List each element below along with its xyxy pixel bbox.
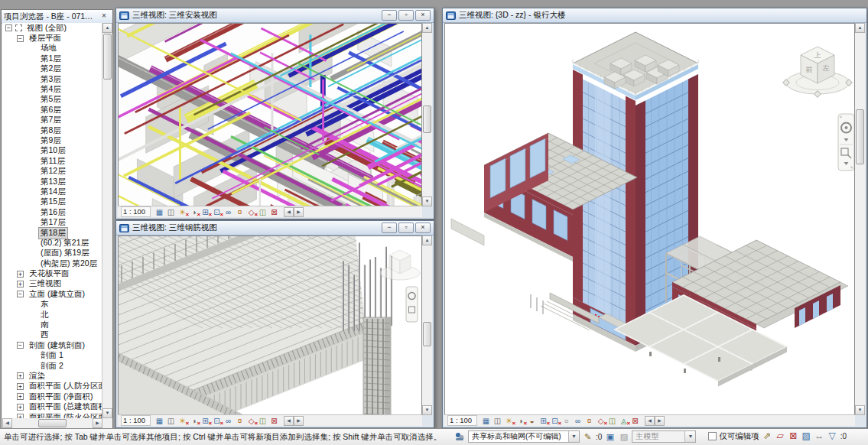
editing-requests-icon[interactable]: ✎	[582, 431, 593, 443]
navigation-bar[interactable]	[406, 287, 418, 322]
chevron-down-icon[interactable]: ▼	[684, 431, 695, 442]
tree-item[interactable]: 南	[2, 320, 102, 330]
scroll-up-icon[interactable]: ▲	[422, 23, 432, 33]
sun-path-icon[interactable]: ☀×	[503, 415, 515, 427]
expand-icon[interactable]: +	[17, 383, 24, 390]
worksharing-display-icon[interactable]: ◇×	[595, 415, 606, 427]
crop-view-icon[interactable]: ⊞×	[200, 415, 211, 427]
scroll-up-icon[interactable]: ▲	[102, 23, 112, 33]
project-browser-titlebar[interactable]: 项目浏览器 - B座 - 0711计算 ×	[2, 10, 112, 24]
close-button[interactable]: ×	[415, 222, 431, 233]
worksets-icon[interactable]	[454, 431, 466, 443]
shadows-icon[interactable]: ◑×	[188, 415, 200, 427]
analytical-model-icon[interactable]: ◬×	[618, 415, 629, 427]
crop-region-visibility-icon[interactable]: ⊡×	[549, 415, 561, 427]
tree-item-label[interactable]: 面积平面 (防火分区面积)	[27, 411, 102, 418]
visual-style-icon[interactable]: ◫	[492, 415, 503, 427]
navigation-bar[interactable]	[838, 114, 854, 171]
render-dialog-icon[interactable]: ◒	[526, 415, 538, 427]
tree-item[interactable]: 东	[2, 300, 102, 310]
scale-control[interactable]: 1 : 100	[121, 206, 151, 217]
scroll-up-icon[interactable]: ▲	[422, 235, 432, 245]
scroll-left-icon[interactable]: ◀	[284, 416, 294, 426]
scroll-right-icon[interactable]: ▶	[655, 416, 665, 426]
select-underlay-toggle[interactable]: ▱	[775, 430, 786, 442]
collapse-icon[interactable]: −	[17, 291, 24, 297]
unlocked-3d-view-icon[interactable]: ○	[561, 415, 572, 427]
shadows-icon[interactable]: ◑×	[515, 415, 526, 427]
temporary-view-properties-icon[interactable]: ◫	[257, 415, 268, 427]
browser-horizontal-scrollbar[interactable]: ◀ ▶	[2, 418, 102, 428]
crop-region-visibility-icon[interactable]: ⊡×	[211, 206, 223, 218]
temporary-hide-isolate-icon[interactable]: ∞	[223, 206, 234, 218]
expand-icon[interactable]: +	[17, 372, 24, 379]
crop-view-icon[interactable]: ⊞×	[200, 206, 211, 218]
restore-button[interactable]: ▫	[398, 10, 414, 21]
select-pinned-toggle[interactable]: ⊠	[788, 430, 799, 442]
vertical-scrollbar[interactable]: ▲ ▼	[422, 23, 432, 206]
design-options-icon[interactable]: ▣	[604, 431, 616, 443]
scrollbar-thumb[interactable]	[423, 106, 431, 133]
scroll-down-icon[interactable]: ▼	[855, 405, 865, 415]
scrollbar-thumb[interactable]	[38, 419, 67, 427]
scroll-down-icon[interactable]: ▼	[102, 408, 112, 418]
close-icon[interactable]: ×	[98, 11, 110, 22]
reveal-hidden-elements-icon[interactable]: ¤	[234, 415, 245, 427]
design-options-pick-icon[interactable]: ▨	[618, 431, 629, 443]
temporary-view-properties-icon[interactable]: ◫	[606, 415, 618, 427]
design-option-dropdown[interactable]: 主模型 ▼	[632, 430, 696, 443]
window-titlebar[interactable]: 三维视图: 三维钢筋视图 − ▫ ×	[116, 221, 434, 235]
collapse-icon[interactable]: −	[17, 342, 24, 349]
horizontal-scrollbar[interactable]: ◀ ▶	[645, 416, 855, 426]
shadows-icon[interactable]: ◑×	[188, 206, 200, 218]
collapse-icon[interactable]: −	[17, 35, 24, 42]
horizontal-scrollbar[interactable]: ◀ ▶	[284, 207, 422, 217]
drag-on-selection-toggle[interactable]: ↔	[814, 430, 825, 442]
minimize-button[interactable]: −	[382, 222, 397, 233]
expand-icon[interactable]: +	[17, 271, 24, 278]
sun-path-icon[interactable]: ☀×	[177, 415, 188, 427]
rebar-3d-canvas[interactable]	[118, 235, 422, 415]
select-links-toggle[interactable]: ⇗	[762, 430, 773, 442]
scroll-right-icon[interactable]: ▶	[93, 418, 102, 428]
chevron-down-icon[interactable]: ▼	[568, 431, 579, 442]
crop-region-visibility-icon[interactable]: ⊡×	[211, 415, 223, 427]
scroll-down-icon[interactable]: ▼	[422, 405, 432, 415]
temporary-view-properties-icon[interactable]: ◫	[257, 206, 268, 218]
reveal-constraints-icon[interactable]: ⊠	[268, 415, 280, 427]
scroll-right-icon[interactable]: ▶	[294, 416, 304, 426]
tree-item[interactable]: 剖面 2	[2, 361, 102, 371]
tree-item[interactable]: +面积平面 (防火分区面积)	[2, 412, 102, 418]
tree-item[interactable]: 北	[2, 310, 102, 320]
building-3d-canvas[interactable]: 上前左	[444, 23, 855, 415]
scrollbar-thumb[interactable]	[423, 322, 431, 346]
window-titlebar[interactable]: 三维视图: {3D - zz} - 银行大楼	[443, 8, 866, 23]
sun-path-icon[interactable]: ☀×	[177, 206, 188, 218]
scroll-left-icon[interactable]: ◀	[2, 418, 12, 428]
mep-3d-canvas[interactable]	[118, 23, 422, 206]
horizontal-scrollbar[interactable]: ◀ ▶	[284, 416, 422, 426]
scale-control[interactable]: 1 : 100	[447, 415, 477, 426]
expand-icon[interactable]: +	[17, 281, 24, 287]
scroll-left-icon[interactable]: ◀	[284, 207, 294, 217]
active-workset-dropdown[interactable]: 共享标高和轴网(不可编辑) ▼	[468, 430, 580, 443]
close-button[interactable]: ×	[415, 10, 431, 21]
detail-level-icon[interactable]: ▦	[154, 415, 165, 427]
selection-filter-button[interactable]: ▽	[827, 430, 838, 442]
scroll-left-icon[interactable]: ◀	[645, 416, 655, 426]
scroll-right-icon[interactable]: ▶	[294, 207, 304, 217]
scrollbar-thumb[interactable]	[856, 109, 864, 164]
browser-vertical-scrollbar[interactable]: ▲ ▼	[102, 23, 112, 418]
scale-control[interactable]: 1 : 100	[121, 415, 151, 426]
detail-level-icon[interactable]: ▦	[154, 206, 165, 218]
visual-style-icon[interactable]: ◫	[165, 206, 177, 218]
visual-style-icon[interactable]: ◫	[165, 415, 177, 427]
window-titlebar[interactable]: 三维视图: 三维安装视图 − ▫ ×	[116, 8, 434, 23]
tree-item-label[interactable]: 立面 (建筑立面)	[27, 288, 87, 300]
tree-item[interactable]: −立面 (建筑立面)	[2, 289, 102, 299]
editable-only-checkbox[interactable]	[708, 432, 717, 440]
detail-level-icon[interactable]: ▦	[480, 415, 492, 427]
reveal-hidden-elements-icon[interactable]: ¤	[234, 206, 245, 218]
scroll-down-icon[interactable]: ▼	[422, 197, 432, 206]
minimize-button[interactable]: −	[382, 10, 397, 21]
